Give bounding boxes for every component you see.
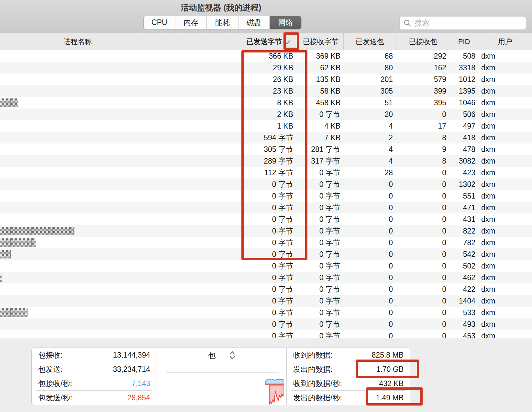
table-row[interactable]: 0 字节0 字节00431dxm	[0, 213, 532, 225]
received-bytes-cell: 0 字节	[298, 238, 343, 248]
chart-section: 包	[157, 348, 287, 405]
user-cell: dxm	[478, 203, 532, 212]
user-cell: dxm	[478, 52, 532, 61]
process-name-cell	[0, 330, 242, 338]
pid-cell: 822	[450, 227, 478, 235]
table-row[interactable]: 0 字节0 字节00822dxm	[0, 225, 532, 237]
received-bytes-cell: 0 字节	[298, 109, 343, 120]
table-row[interactable]: 2 KB0 字节200506dxm	[0, 109, 532, 120]
stat-value: 33,234,714	[113, 365, 150, 374]
table-row[interactable]: 0 字节0 字节00542dxm	[0, 248, 532, 260]
received-packets-cell: 162	[396, 63, 450, 72]
data-stat-row: 收到的数据:825.8 MB	[287, 348, 410, 362]
tab-network[interactable]: 网络	[270, 16, 301, 29]
received-bytes-cell: 281 字节	[298, 144, 343, 154]
column-header-sent-packets[interactable]: 已发送包	[343, 33, 396, 50]
sent-packets-cell: 0	[343, 273, 396, 282]
table-row[interactable]: 594 字节7 KB28418dxm	[0, 132, 532, 143]
table-row[interactable]: 0 字节0 字节001302dxm	[0, 178, 532, 190]
table-row[interactable]: 305 字节281 字节49478dxm	[0, 143, 532, 155]
received-bytes-cell: 0 字节	[298, 284, 343, 294]
sort-descending-chevron-icon	[283, 40, 291, 45]
data-stat-row: 收到的数据/秒:432 KB	[287, 376, 410, 391]
sent-bytes-cell: 0 字节	[242, 308, 298, 318]
received-packets-cell: 0	[396, 168, 450, 177]
user-cell: dxm	[478, 122, 532, 131]
received-bytes-cell: 135 KB	[298, 75, 343, 84]
sent-bytes-cell: 305 字节	[242, 144, 298, 154]
received-bytes-cell: 0 字节	[298, 331, 343, 338]
column-header-user[interactable]: 用户	[478, 33, 532, 50]
table-header: 进程名称 已发送字节 已接收字节 已发送包 已接收包 PID 用户	[0, 33, 532, 51]
process-name-cell	[0, 318, 242, 330]
stat-label: 发出的数据:	[293, 364, 332, 374]
table-row[interactable]: 0 字节0 字节00453dxm	[0, 330, 532, 338]
sent-packets-cell: 68	[343, 52, 396, 61]
table-row[interactable]: 289 字节317 字节483082dxm	[0, 155, 532, 167]
table-row[interactable]: 29 KB62 KB801623318dxm	[0, 62, 532, 74]
redacted-process-name	[0, 250, 11, 258]
sent-packets-cell: 28	[343, 168, 396, 177]
redacted-process-name	[0, 227, 74, 235]
column-header-received-packets[interactable]: 已接收包	[396, 33, 450, 50]
table-row[interactable]: 0 字节0 字节00551dxm	[0, 190, 532, 202]
received-packets-cell: 395	[396, 98, 450, 107]
table-row[interactable]: 112 字节0 字节280423dxm	[0, 167, 532, 178]
user-cell: dxm	[478, 227, 532, 235]
table-row[interactable]: 8 KB458 KB513951046dxm	[0, 97, 532, 109]
pid-cell: 1395	[450, 87, 478, 96]
stepper-updown-icon[interactable]	[229, 350, 235, 360]
sent-bytes-cell: 0 字节	[242, 249, 298, 259]
table-row[interactable]: 0 字节0 字节001404dxm	[0, 295, 532, 307]
sent-bytes-cell: 366 KB	[242, 52, 298, 61]
pid-cell: 462	[450, 273, 478, 282]
stat-label: 包接收/秒:	[38, 379, 72, 389]
table-row[interactable]: 1 KB4 KB417497dxm	[0, 120, 532, 132]
table-row[interactable]: 23 KB58 KB3053991395dxm	[0, 85, 532, 97]
stat-label: 包发送/秒:	[38, 393, 72, 403]
pid-cell: 422	[450, 285, 478, 294]
received-packets-cell: 8	[396, 157, 450, 166]
table-row[interactable]: 0 字节0 字节00462dxm	[0, 272, 532, 283]
toolbar: 活动监视器 (我的进程) CPU 内存 能耗 磁盘 网络 搜索	[0, 0, 532, 34]
table-row[interactable]: 0 字节0 字节00422dxm	[0, 283, 532, 295]
received-bytes-cell: 0 字节	[298, 179, 343, 189]
process-name-cell	[0, 248, 242, 260]
table-row[interactable]: 26 KB135 KB2015791012dxm	[0, 74, 532, 85]
column-header-sent-bytes[interactable]: 已发送字节	[242, 33, 298, 50]
user-cell: dxm	[478, 110, 532, 119]
table-row[interactable]: 0 字节0 字节00493dxm	[0, 318, 532, 330]
table-row[interactable]: 0 字节0 字节00533dxm	[0, 307, 532, 318]
process-name-cell	[0, 202, 242, 213]
table-row[interactable]: 366 KB369 KB68292508dxm	[0, 50, 532, 62]
received-bytes-cell: 0 字节	[298, 191, 343, 201]
table-row[interactable]: 0 字节0 字节00782dxm	[0, 237, 532, 248]
process-name-cell	[0, 260, 242, 272]
tab-memory[interactable]: 内存	[175, 16, 207, 29]
received-bytes-cell: 458 KB	[298, 98, 343, 107]
search-input[interactable]: 搜索	[399, 16, 526, 30]
packet-stat-row: 包发送/秒:28,854	[32, 391, 157, 405]
sent-packets-cell: 51	[343, 98, 396, 107]
redacted-process-name	[0, 238, 36, 247]
tab-disk[interactable]: 磁盘	[238, 16, 270, 29]
stat-value: 1.49 MB	[376, 394, 404, 402]
tab-cpu[interactable]: CPU	[144, 16, 175, 29]
stat-label: 发出的数据/秒:	[293, 393, 342, 403]
received-packets-cell: 0	[396, 332, 450, 338]
packet-stat-row: 包接收:13,144,394	[32, 348, 157, 362]
table-row[interactable]: 0 字节0 字节00471dxm	[0, 202, 532, 213]
user-cell: dxm	[478, 262, 532, 270]
stat-value: 7,143	[131, 379, 150, 388]
received-packets-cell: 0	[396, 262, 450, 270]
column-header-received-bytes[interactable]: 已接收字节	[298, 33, 343, 50]
column-header-pid[interactable]: PID	[450, 33, 478, 50]
received-bytes-cell: 0 字节	[298, 319, 343, 329]
table-row[interactable]: 0 字节0 字节00502dxm	[0, 260, 532, 272]
received-bytes-cell: 0 字节	[298, 261, 343, 271]
received-packets-cell: 0	[396, 238, 450, 247]
user-cell: dxm	[478, 320, 532, 329]
column-header-name[interactable]: 进程名称	[0, 33, 242, 50]
tab-energy[interactable]: 能耗	[206, 16, 238, 29]
process-name-cell	[0, 190, 242, 202]
